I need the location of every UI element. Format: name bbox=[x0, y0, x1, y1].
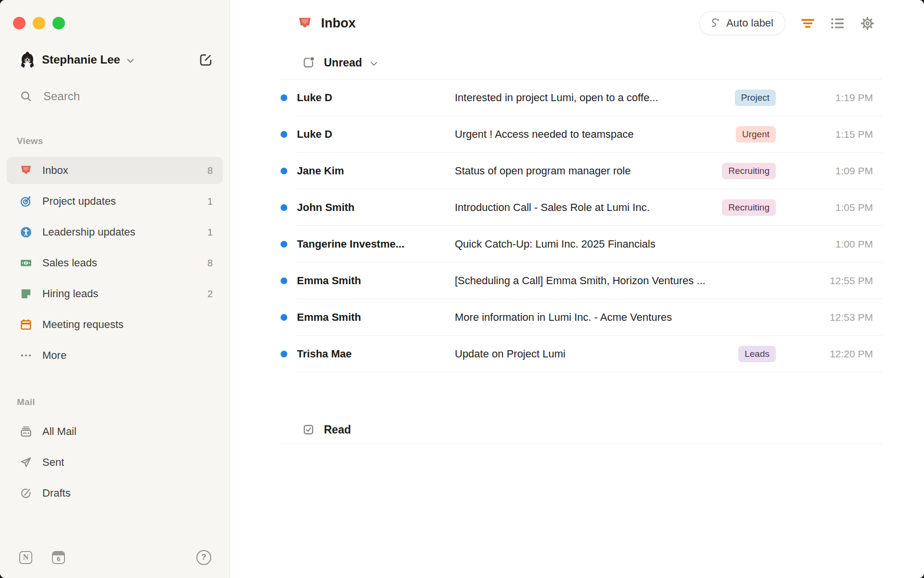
email-subject: Quick Catch-Up: Lumi Inc. 2025 Financial… bbox=[455, 238, 776, 250]
unread-group-header[interactable]: Unread bbox=[281, 46, 882, 79]
email-row[interactable]: Trisha Mae Update on Project Lumi Leads … bbox=[281, 336, 882, 372]
sidebar-item-label: Inbox bbox=[42, 164, 68, 177]
sidebar: Stephanie Lee Search Views bbox=[0, 0, 230, 578]
banknote-icon bbox=[20, 257, 32, 269]
email-time: 1:15 PM bbox=[776, 129, 882, 140]
email-time: 1:05 PM bbox=[776, 202, 882, 213]
email-subject: Status of open program manager role bbox=[455, 165, 722, 177]
email-subject: Introduction Call - Sales Role at Lumi I… bbox=[455, 201, 722, 214]
sidebar-item-drafts[interactable]: Drafts bbox=[7, 480, 223, 507]
sidebar-item-label: All Mail bbox=[42, 425, 77, 438]
email-row[interactable]: Emma Smith More information in Lumi Inc.… bbox=[281, 299, 882, 336]
email-row[interactable]: John Smith Introduction Call - Sales Rol… bbox=[281, 189, 882, 226]
compose-button[interactable] bbox=[198, 53, 213, 67]
label-badge[interactable]: Project bbox=[735, 90, 776, 106]
auto-label-label: Auto label bbox=[726, 17, 773, 29]
sidebar-item-more[interactable]: More bbox=[7, 342, 223, 369]
email-sender: Emma Smith bbox=[297, 311, 455, 324]
email-list: Unread Luke D Interested in project Lumi… bbox=[230, 46, 924, 578]
unread-count: 8 bbox=[207, 165, 213, 176]
label-badge[interactable]: Urgent bbox=[736, 126, 776, 143]
main-header: Inbox Auto label bbox=[230, 0, 924, 46]
read-group-header[interactable]: Read bbox=[281, 416, 882, 444]
unread-dot bbox=[281, 204, 287, 211]
search-button[interactable]: Search bbox=[20, 85, 223, 108]
email-time: 12:20 PM bbox=[776, 348, 882, 360]
unread-dot bbox=[281, 131, 287, 138]
email-time: 1:09 PM bbox=[776, 165, 882, 177]
send-icon bbox=[20, 456, 32, 469]
avatar bbox=[18, 51, 37, 69]
label-badge[interactable]: Recruiting bbox=[722, 163, 776, 179]
label-badge[interactable]: Recruiting bbox=[722, 199, 776, 216]
sidebar-item-hiring-leads[interactable]: Hiring leads 2 bbox=[7, 280, 223, 307]
mail-nav: All Mail Sent bbox=[7, 418, 223, 511]
label-badge[interactable]: Leads bbox=[738, 346, 776, 362]
sidebar-footer: N 6 ? bbox=[0, 537, 230, 578]
email-row[interactable]: Luke D Urgent ! Access needed to teamspa… bbox=[281, 116, 882, 153]
email-subject: Urgent ! Access needed to teamspace bbox=[455, 128, 736, 141]
email-sender: Tangerine Investme... bbox=[297, 238, 455, 250]
sidebar-item-meeting-requests[interactable]: Meeting requests bbox=[7, 311, 223, 338]
sidebar-item-label: Drafts bbox=[42, 487, 71, 499]
email-subject: Interested in project Lumi, open to a co… bbox=[455, 92, 735, 104]
read-group-label: Read bbox=[324, 423, 351, 436]
email-time: 12:55 PM bbox=[776, 275, 882, 287]
unread-count: 2 bbox=[207, 289, 213, 300]
close-window-button[interactable] bbox=[13, 17, 26, 29]
sidebar-item-label: Sent bbox=[42, 456, 64, 469]
app-window: Stephanie Lee Search Views bbox=[0, 0, 924, 578]
notion-calendar-icon[interactable]: 6 bbox=[52, 551, 65, 564]
bullet-list-icon bbox=[830, 16, 845, 31]
email-sender: Jane Kim bbox=[297, 165, 455, 177]
settings-button[interactable] bbox=[860, 16, 875, 31]
zoom-window-button[interactable] bbox=[52, 17, 65, 29]
account-switcher[interactable]: Stephanie Lee bbox=[18, 48, 213, 71]
email-row[interactable]: Tangerine Investme... Quick Catch-Up: Lu… bbox=[281, 226, 882, 263]
email-time: 12:53 PM bbox=[776, 312, 882, 323]
help-button[interactable]: ? bbox=[196, 550, 211, 565]
email-subject: [Scheduling a Call] Emma Smith, Horizon … bbox=[455, 275, 776, 287]
sidebar-item-leadership-updates[interactable]: Leadership updates 1 bbox=[7, 219, 223, 246]
email-subject: More information in Lumi Inc. - Acme Ven… bbox=[455, 311, 776, 324]
email-sender: Emma Smith bbox=[297, 275, 455, 287]
target-icon bbox=[20, 195, 32, 208]
sidebar-item-project-updates[interactable]: Project updates 1 bbox=[7, 188, 223, 215]
email-row[interactable]: Emma Smith [Scheduling a Call] Emma Smit… bbox=[281, 263, 882, 299]
filter-button[interactable] bbox=[800, 16, 815, 31]
filter-icon bbox=[800, 16, 815, 31]
sidebar-item-label: Meeting requests bbox=[42, 318, 124, 331]
sidebar-item-sales-leads[interactable]: Sales leads 8 bbox=[7, 250, 223, 276]
main-panel: Inbox Auto label bbox=[230, 0, 924, 578]
email-row[interactable]: Jane Kim Status of open program manager … bbox=[281, 153, 882, 189]
email-sender: John Smith bbox=[297, 201, 455, 214]
sidebar-item-label: Leadership updates bbox=[42, 226, 135, 238]
person-icon bbox=[20, 226, 32, 238]
all-mail-icon bbox=[20, 425, 32, 438]
views-section-label: Views bbox=[17, 136, 230, 146]
sidebar-item-all-mail[interactable]: All Mail bbox=[7, 418, 223, 445]
email-row[interactable]: Luke D Interested in project Lumi, open … bbox=[281, 79, 882, 116]
sidebar-item-label: Project updates bbox=[42, 195, 116, 208]
sidebar-item-inbox[interactable]: Inbox 8 bbox=[7, 157, 223, 184]
read-checkbox-icon bbox=[302, 423, 315, 436]
unread-status-icon bbox=[302, 56, 315, 69]
unread-dot bbox=[281, 277, 287, 284]
inbox-icon bbox=[20, 164, 32, 177]
list-view-button[interactable] bbox=[830, 16, 845, 31]
sidebar-item-sent[interactable]: Sent bbox=[7, 449, 223, 476]
email-subject: Update on Project Lumi bbox=[455, 348, 738, 360]
email-time: 1:00 PM bbox=[776, 238, 882, 250]
unread-dot bbox=[281, 168, 287, 174]
auto-label-button[interactable]: Auto label bbox=[699, 11, 785, 35]
unread-dot bbox=[281, 94, 287, 101]
unread-count: 1 bbox=[207, 227, 213, 238]
page-title: Inbox bbox=[321, 16, 356, 31]
unread-group-label: Unread bbox=[324, 56, 362, 69]
minimize-window-button[interactable] bbox=[33, 17, 45, 29]
unread-count: 8 bbox=[207, 258, 213, 269]
search-label: Search bbox=[43, 90, 80, 103]
notion-logo-icon[interactable]: N bbox=[19, 551, 32, 564]
calendar-icon bbox=[20, 318, 32, 331]
sidebar-item-label: Hiring leads bbox=[42, 288, 98, 300]
